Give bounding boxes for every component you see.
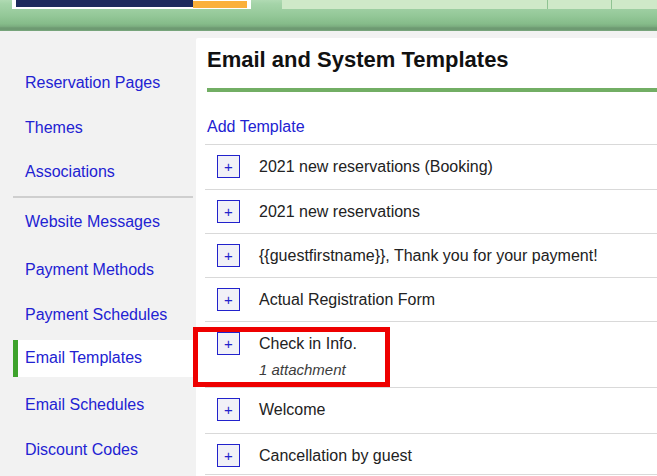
template-name[interactable]: Check in Info. (259, 332, 357, 355)
expand-template-button[interactable]: + (217, 155, 240, 178)
template-row: + Cancellation by guest (205, 434, 657, 475)
main-content-panel: Email and System Templates Add Template … (196, 38, 657, 476)
template-row: + {{guestfirstname}}, Thank you for your… (205, 234, 657, 278)
sidebar-item-reservation-pages[interactable]: Reservation Pages (25, 74, 160, 92)
expand-template-button[interactable]: + (217, 288, 240, 311)
title-underline-rule (207, 88, 657, 92)
template-row: + 2021 new reservations (205, 190, 657, 234)
template-row-check-in-info: + Check in Info. 1 attachment (205, 322, 657, 388)
logo-navy-bar (16, 0, 193, 7)
expand-template-button[interactable]: + (217, 332, 240, 355)
template-row: + Welcome (205, 388, 657, 434)
sidebar-item-themes[interactable]: Themes (25, 119, 83, 137)
template-name[interactable]: 2021 new reservations (Booking) (259, 155, 493, 178)
template-name[interactable]: Actual Registration Form (259, 288, 435, 311)
template-list: + 2021 new reservations (Booking) + 2021… (205, 144, 657, 475)
expand-template-button[interactable]: + (217, 200, 240, 223)
template-name[interactable]: {{guestfirstname}}, Thank you for your p… (259, 244, 598, 267)
sidebar-item-email-schedules[interactable]: Email Schedules (25, 396, 144, 414)
logo-orange-bar (193, 1, 247, 8)
menu-divider (547, 0, 548, 9)
template-name[interactable]: 2021 new reservations (259, 200, 420, 223)
menu-divider (611, 0, 612, 9)
template-row: + 2021 new reservations (Booking) (205, 145, 657, 190)
sidebar-item-payment-methods[interactable]: Payment Methods (25, 261, 154, 279)
top-menu-strip (282, 0, 657, 9)
sidebar-item-website-messages[interactable]: Website Messages (25, 213, 160, 231)
app-window: Reservation Pages Themes Associations We… (0, 0, 657, 476)
add-template-link[interactable]: Add Template (207, 117, 305, 136)
active-item-marker (13, 340, 18, 377)
template-name[interactable]: Welcome (259, 398, 325, 421)
sidebar-section-divider (13, 196, 193, 198)
template-name[interactable]: Cancellation by guest (259, 444, 412, 467)
sidebar-item-discount-codes[interactable]: Discount Codes (25, 441, 138, 459)
top-header-bar (0, 0, 657, 31)
sidebar-item-associations[interactable]: Associations (25, 163, 115, 181)
logo-strip (12, 0, 251, 9)
page-title: Email and System Templates (207, 46, 509, 74)
sidebar-item-email-templates[interactable]: Email Templates (13, 340, 196, 377)
template-row: + Actual Registration Form (205, 278, 657, 322)
expand-template-button[interactable]: + (217, 444, 240, 467)
template-attachment-count: 1 attachment (259, 361, 357, 379)
sidebar-item-email-templates-label[interactable]: Email Templates (25, 349, 142, 367)
sidebar-item-payment-schedules[interactable]: Payment Schedules (25, 306, 167, 324)
settings-sidebar: Reservation Pages Themes Associations We… (0, 31, 196, 476)
expand-template-button[interactable]: + (217, 398, 240, 421)
expand-template-button[interactable]: + (217, 244, 240, 267)
